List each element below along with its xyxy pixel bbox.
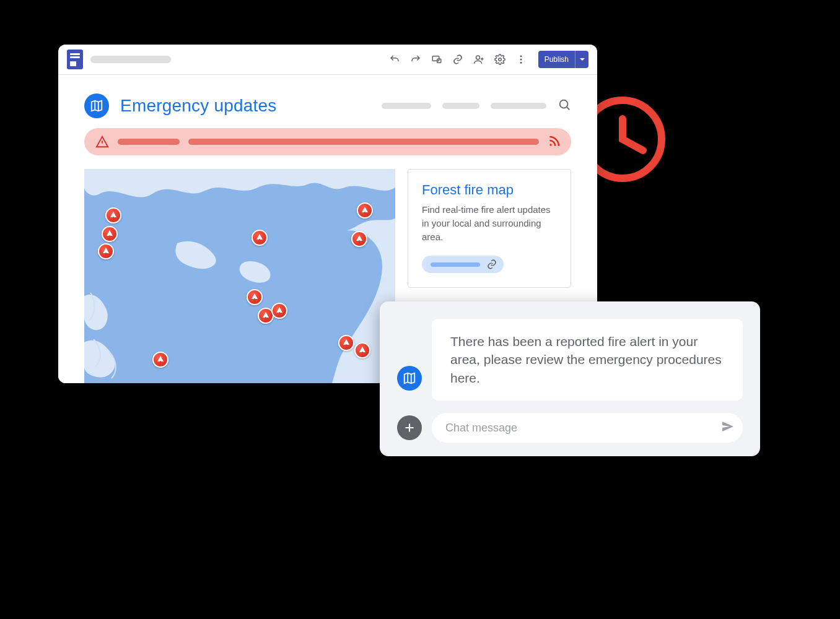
chat-avatar-map-icon [397, 366, 422, 391]
svg-point-9 [549, 144, 551, 145]
toolbar: Publish [58, 45, 597, 74]
alert-banner[interactable] [84, 128, 571, 155]
sites-logo-icon[interactable] [67, 50, 83, 69]
svg-point-3 [476, 56, 479, 59]
publish-label: Publish [538, 55, 575, 64]
alert-text-placeholder [188, 139, 539, 145]
card-title: Forest fire map [422, 182, 557, 198]
fire-pin[interactable] [98, 243, 114, 259]
preview-icon[interactable] [431, 53, 443, 66]
fire-pin[interactable] [271, 303, 287, 319]
nav-item-placeholder[interactable] [442, 103, 479, 109]
svg-point-6 [520, 59, 522, 61]
settings-gear-icon[interactable] [494, 53, 506, 66]
fire-pin[interactable] [102, 226, 118, 242]
rss-icon[interactable] [548, 136, 560, 148]
add-person-icon[interactable] [473, 53, 485, 66]
fire-pin[interactable] [105, 207, 121, 223]
page-header: Emergency updates [84, 93, 571, 128]
nav-item-placeholder[interactable] [382, 103, 431, 109]
fire-pin[interactable] [152, 352, 168, 368]
doc-title-placeholder[interactable] [90, 56, 171, 63]
search-icon[interactable] [558, 98, 571, 114]
page-title: Emergency updates [120, 96, 276, 116]
link-icon[interactable] [452, 53, 464, 66]
alert-text-placeholder [118, 139, 180, 145]
card-description: Find real-time fire alert updates in you… [422, 203, 557, 243]
caret-down-icon[interactable] [575, 51, 588, 68]
fire-map-card: Forest fire map Find real-time fire aler… [408, 169, 571, 288]
map-icon [84, 93, 109, 118]
svg-point-4 [498, 58, 501, 61]
fire-pin[interactable] [247, 289, 263, 305]
fire-pin[interactable] [357, 202, 373, 219]
undo-icon[interactable] [388, 53, 401, 66]
link-text-placeholder [431, 262, 480, 267]
link-chip[interactable] [422, 256, 504, 273]
more-icon[interactable] [515, 53, 527, 66]
warning-icon [95, 135, 109, 149]
nav-item-placeholder[interactable] [491, 103, 546, 109]
fire-pin[interactable] [338, 335, 354, 351]
chat-input[interactable] [432, 413, 743, 443]
fire-map[interactable] [84, 169, 395, 383]
chat-panel: There has been a reported fire alert in … [380, 301, 760, 456]
chat-message: There has been a reported fire alert in … [432, 319, 743, 400]
nav-placeholders [382, 98, 571, 114]
chat-input-field[interactable] [445, 422, 720, 435]
svg-point-5 [520, 55, 522, 57]
redo-icon[interactable] [409, 53, 422, 66]
svg-point-8 [560, 100, 568, 108]
fire-pin[interactable] [354, 342, 370, 358]
svg-point-7 [520, 62, 522, 64]
publish-button[interactable]: Publish [538, 51, 588, 68]
send-icon[interactable] [720, 419, 735, 436]
fire-pin[interactable] [351, 231, 367, 247]
fire-pin[interactable] [252, 230, 268, 246]
add-attachment-button[interactable] [397, 415, 422, 440]
link-icon [486, 259, 497, 270]
